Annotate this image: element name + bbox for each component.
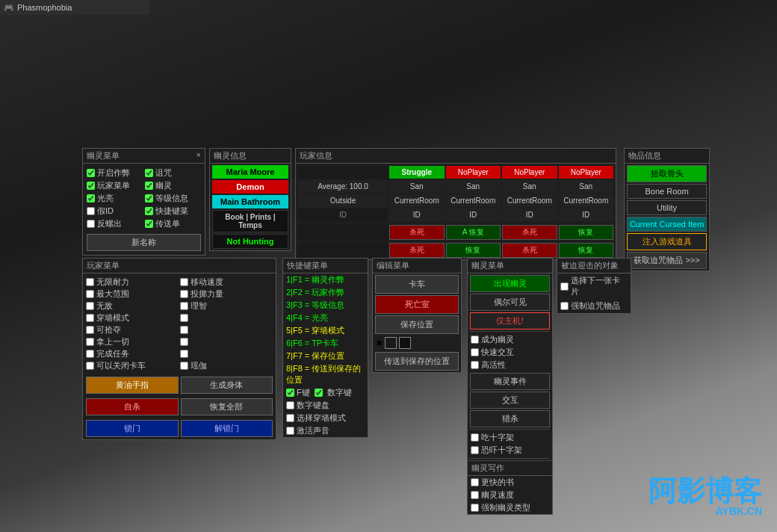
- edit-menu-header: 编辑菜单: [373, 259, 461, 273]
- suicide-btn[interactable]: 自杀: [86, 398, 179, 415]
- chuansong-checkbox[interactable]: [145, 220, 153, 228]
- restore-btn4[interactable]: 恢复: [559, 243, 614, 258]
- guangliang-checkbox[interactable]: [87, 194, 95, 202]
- ghost-speed-cb[interactable]: [471, 491, 479, 499]
- numpad-cb[interactable]: [286, 401, 294, 409]
- ruijia-cb[interactable]: [180, 362, 188, 370]
- ghost-event-btn[interactable]: 幽灵事件: [470, 373, 550, 390]
- action-label: [298, 225, 388, 240]
- cursed-item-btn[interactable]: Current Cursed Item: [627, 217, 707, 232]
- empty2-cb[interactable]: [180, 326, 188, 334]
- zuida-cb[interactable]: [86, 290, 94, 298]
- restore-btn3[interactable]: 恢复: [446, 243, 501, 258]
- appear-ghost-btn[interactable]: 出现幽灵: [470, 275, 550, 292]
- sep3: [470, 458, 550, 459]
- restore-all-btn[interactable]: 恢复全部: [181, 398, 273, 415]
- menu-item-zhouzhou: 诅咒: [145, 167, 202, 179]
- dengji-checkbox[interactable]: [145, 194, 153, 202]
- fear-cross-cb[interactable]: [471, 446, 479, 454]
- occasional-visible-btn[interactable]: 偶尔可见: [470, 294, 550, 311]
- pm-zuidafanwei: 最大范围: [86, 288, 179, 300]
- fanluochu-checkbox[interactable]: [87, 220, 95, 228]
- fkey-cb[interactable]: [286, 389, 294, 397]
- spawn-body-btn[interactable]: 生成身体: [181, 377, 273, 394]
- zhouzhou-checkbox[interactable]: [145, 169, 153, 177]
- get-cursed-btn[interactable]: 获取迫咒物品 >>>: [627, 252, 707, 269]
- next-card-cb[interactable]: [560, 282, 569, 291]
- chuanqiang-cb[interactable]: [86, 314, 94, 322]
- death-room-btn[interactable]: 死亡室: [375, 295, 459, 314]
- kill-btn2[interactable]: 杀死: [502, 225, 557, 240]
- kaiche-checkbox[interactable]: [87, 169, 95, 177]
- jiaid-checkbox[interactable]: [87, 207, 95, 215]
- become-ghost-cb[interactable]: [471, 335, 479, 344]
- san3: San: [502, 180, 557, 193]
- unlock-door-btn[interactable]: 解锁门: [181, 420, 273, 437]
- fast-interact-cb[interactable]: [471, 348, 479, 356]
- host-only-btn[interactable]: 仅主机!: [470, 312, 550, 330]
- empty1-cb[interactable]: [180, 314, 188, 322]
- ghost-menu-panel: 幽灵菜单 × 开启作弊 诅咒 玩家菜单 幽灵 光亮: [82, 148, 205, 256]
- guankaching-cb[interactable]: [86, 362, 94, 370]
- hk8: 8|F8 = 传送到保存的位置: [283, 362, 368, 386]
- pickup-bone-btn[interactable]: 拾取骨头: [627, 165, 707, 182]
- keqiang-cb[interactable]: [86, 326, 94, 334]
- high-activity-cb[interactable]: [471, 361, 479, 369]
- wancheng-cb[interactable]: [86, 350, 94, 358]
- col-struggle: Struggle: [389, 166, 445, 179]
- touzhi-cb[interactable]: [180, 290, 188, 298]
- inject-item-btn[interactable]: 注入游戏道具: [627, 233, 707, 250]
- force-cursed-cb[interactable]: [560, 302, 569, 310]
- menu-item-wanjia: 玩家菜单: [87, 180, 143, 191]
- wanjia-checkbox[interactable]: [87, 182, 95, 190]
- fast-book-cb[interactable]: [471, 478, 479, 486]
- kill-btn3[interactable]: 杀死: [389, 243, 445, 258]
- restore-btn1[interactable]: A 恢复: [446, 225, 501, 240]
- wuxianneil-cb[interactable]: [86, 278, 94, 286]
- restore-btn2[interactable]: 恢复: [559, 225, 614, 240]
- yidong-cb[interactable]: [180, 278, 188, 286]
- empty3-cb[interactable]: [180, 338, 188, 346]
- truck-btn[interactable]: 卡车: [375, 275, 459, 294]
- ghost-clues-cell: Book | Prints | Temps: [212, 210, 288, 232]
- interact-btn[interactable]: 交互: [470, 392, 550, 409]
- wudi-cb[interactable]: [86, 302, 94, 310]
- teleport-saved-btn[interactable]: 传送到保存的位置: [375, 352, 459, 371]
- col-noplayer2: NoPlayer: [502, 166, 557, 179]
- bone-room-btn[interactable]: Bone Room: [627, 184, 707, 199]
- cr3: CurrentRoom: [502, 194, 557, 207]
- lizhi-cb[interactable]: [180, 302, 188, 310]
- next-card-row: 选择下一张卡片: [557, 273, 631, 299]
- cr4: CurrentRoom: [559, 194, 614, 207]
- id1: ID: [389, 208, 445, 221]
- save-pos-btn[interactable]: 保存位置: [375, 315, 459, 334]
- butter-fingers-btn[interactable]: 黄油手指: [86, 377, 179, 394]
- kill-btn1[interactable]: 杀死: [389, 225, 445, 240]
- edit-menu-panel: 编辑菜单 卡车 死亡室 保存位置 ✖ 传送到保存的位置: [372, 258, 462, 373]
- rename-button[interactable]: 新名称: [87, 234, 201, 251]
- watermark-sub: AYBK.CN: [648, 505, 762, 517]
- sound-cb[interactable]: [286, 427, 294, 435]
- hotkey-panel: 快捷键菜单 1|F1 = 幽灵作弊 2|F2 = 玩家作弊 3|F3 = 等级信…: [282, 258, 368, 438]
- color-pickers: ✖: [373, 335, 461, 350]
- youling-checkbox[interactable]: [145, 182, 153, 190]
- player-info-panel: 玩家信息 Struggle NoPlayer NoPlayer NoPlayer…: [295, 148, 616, 260]
- force-ghost-type-cb[interactable]: [471, 504, 479, 512]
- color-box-2[interactable]: [399, 337, 411, 349]
- nashangy-cb[interactable]: [86, 338, 94, 346]
- select-cb[interactable]: [286, 414, 294, 422]
- utility-btn[interactable]: Utility: [627, 200, 707, 215]
- become-ghost-row: 成为幽灵: [468, 333, 552, 346]
- numkey-cb[interactable]: [315, 389, 323, 397]
- app-icon: 🎮: [4, 3, 14, 13]
- hunt-btn[interactable]: 猎杀: [470, 410, 550, 427]
- pm-keqiangduo: 可抢夺: [86, 324, 179, 335]
- close-button[interactable]: ×: [196, 150, 201, 159]
- eat-cross-cb[interactable]: [471, 433, 479, 442]
- kuaijiejian-checkbox[interactable]: [145, 207, 153, 215]
- empty4-cb[interactable]: [180, 350, 188, 358]
- kill-btn4[interactable]: 杀死: [502, 243, 557, 258]
- hk-check-sound: 激活声音: [283, 424, 368, 437]
- color-box-1[interactable]: [385, 337, 397, 349]
- lock-door-btn[interactable]: 锁门: [86, 420, 179, 437]
